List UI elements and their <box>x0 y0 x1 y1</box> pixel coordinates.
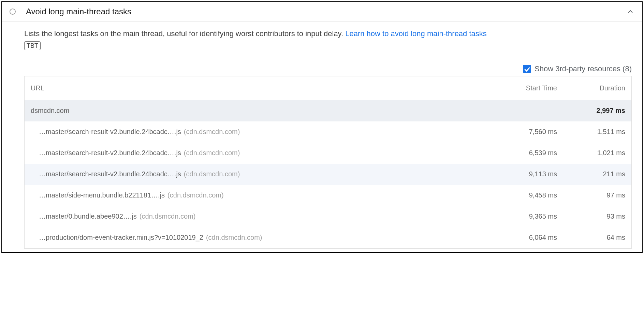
metric-badge: TBT <box>24 41 41 50</box>
row-url: …master/side-menu.bundle.b221181….js(cdn… <box>31 191 489 199</box>
third-party-toggle[interactable]: Show 3rd-party resources (8) <box>24 64 632 73</box>
audit-header[interactable]: Avoid long main-thread tasks <box>2 2 642 21</box>
row-start: 6,539 ms <box>489 149 557 157</box>
row-url: …production/dom-event-tracker.min.js?v=1… <box>31 234 489 241</box>
col-duration: Duration <box>557 84 625 92</box>
row-path: …master/search-result-v2.bundle.24bcadc…… <box>39 128 181 135</box>
row-duration: 64 ms <box>557 234 625 241</box>
row-duration: 1,511 ms <box>557 128 625 136</box>
row-path: …master/search-result-v2.bundle.24bcadc…… <box>39 149 181 157</box>
row-start: 9,365 ms <box>489 212 557 220</box>
row-duration: 97 ms <box>557 191 625 199</box>
row-path: …production/dom-event-tracker.min.js?v=1… <box>39 234 203 241</box>
row-host: (cdn.dsmcdn.com) <box>184 170 240 178</box>
table-row[interactable]: …master/search-result-v2.bundle.24bcadc…… <box>25 143 631 164</box>
row-start: 7,560 ms <box>489 128 557 136</box>
table-row[interactable]: …master/0.bundle.abee902….js(cdn.dsmcdn.… <box>25 206 631 227</box>
row-duration: 1,021 ms <box>557 149 625 157</box>
table-row[interactable]: …master/search-result-v2.bundle.24bcadc…… <box>25 164 631 185</box>
row-host: (cdn.dsmcdn.com) <box>184 128 240 135</box>
table-row[interactable]: …master/search-result-v2.bundle.24bcadc…… <box>25 121 631 143</box>
table-header: URL Start Time Duration <box>25 76 631 100</box>
row-path: …master/side-menu.bundle.b221181….js <box>39 191 165 199</box>
status-icon <box>10 9 16 15</box>
row-host: (cdn.dsmcdn.com) <box>184 149 240 157</box>
row-url: …master/search-result-v2.bundle.24bcadc…… <box>31 149 489 157</box>
learn-more-link[interactable]: Learn how to avoid long main-thread task… <box>345 29 487 38</box>
description-text: Lists the longest tasks on the main thre… <box>24 29 345 38</box>
row-duration: 93 ms <box>557 212 625 220</box>
audit-body: Lists the longest tasks on the main thre… <box>2 21 642 252</box>
tasks-table: URL Start Time Duration dsmcdn.com 2,997… <box>24 76 632 249</box>
row-url: …master/search-result-v2.bundle.24bcadc…… <box>31 128 489 136</box>
row-start: 6,064 ms <box>489 234 557 241</box>
audit-title: Avoid long main-thread tasks <box>26 7 626 16</box>
row-host: (cdn.dsmcdn.com) <box>140 212 196 220</box>
group-duration: 2,997 ms <box>557 107 625 115</box>
row-start: 9,113 ms <box>489 170 557 178</box>
row-url: …master/search-result-v2.bundle.24bcadc…… <box>31 170 489 178</box>
checkbox-icon[interactable] <box>523 65 531 73</box>
audit-panel: Avoid long main-thread tasks Lists the l… <box>1 1 643 253</box>
col-url: URL <box>31 84 489 92</box>
group-host: dsmcdn.com <box>31 107 489 115</box>
row-duration: 211 ms <box>557 170 625 178</box>
group-row[interactable]: dsmcdn.com 2,997 ms <box>25 100 631 121</box>
row-url: …master/0.bundle.abee902….js(cdn.dsmcdn.… <box>31 212 489 220</box>
row-host: (cdn.dsmcdn.com) <box>167 191 224 199</box>
table-row[interactable]: …master/side-menu.bundle.b221181….js(cdn… <box>25 185 631 206</box>
chevron-up-icon[interactable] <box>626 8 634 16</box>
toggle-label: Show 3rd-party resources (8) <box>535 64 632 73</box>
row-host: (cdn.dsmcdn.com) <box>206 234 262 241</box>
table-row[interactable]: …production/dom-event-tracker.min.js?v=1… <box>25 227 631 248</box>
row-path: …master/0.bundle.abee902….js <box>39 212 137 220</box>
col-start: Start Time <box>489 84 557 92</box>
audit-description: Lists the longest tasks on the main thre… <box>24 28 632 51</box>
row-start: 9,458 ms <box>489 191 557 199</box>
row-path: …master/search-result-v2.bundle.24bcadc…… <box>39 170 181 178</box>
